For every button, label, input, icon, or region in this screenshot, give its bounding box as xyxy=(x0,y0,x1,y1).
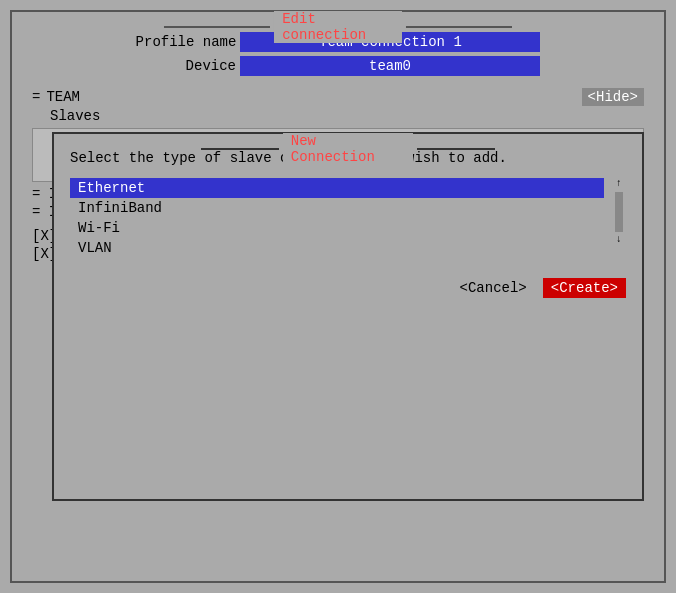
team-label: = TEAM xyxy=(32,89,80,105)
hide-button[interactable]: <Hide> xyxy=(582,88,644,106)
list-scroll-up-icon[interactable]: ↑ xyxy=(616,178,622,190)
dialog-list-area: Ethernet InfiniBand Wi-Fi VLAN ↑ ↓ xyxy=(70,178,626,258)
list-item-wifi[interactable]: Wi-Fi xyxy=(70,218,604,238)
profile-device-row: Device team0 xyxy=(12,56,664,76)
main-window: Edit connection Profile name Team connec… xyxy=(10,10,666,583)
dialog-buttons: <Cancel> <Create> xyxy=(54,266,642,306)
list-item-infiniband[interactable]: InfiniBand xyxy=(70,198,604,218)
list-scrollbar: ↑ ↓ xyxy=(612,178,626,258)
list-item-ethernet[interactable]: Ethernet xyxy=(70,178,604,198)
list-scroll-down-icon[interactable]: ↓ xyxy=(616,234,622,246)
connection-type-list: Ethernet InfiniBand Wi-Fi VLAN xyxy=(70,178,604,258)
team-header: = TEAM <Hide> xyxy=(32,88,644,106)
dialog-title: New Connection xyxy=(283,133,413,165)
profile-device-label: Device xyxy=(136,58,236,74)
title-bar-line-left xyxy=(164,26,270,28)
profile-device-input[interactable]: team0 xyxy=(240,56,540,76)
dialog-cancel-button[interactable]: <Cancel> xyxy=(452,278,535,298)
new-connection-dialog: New Connection Select the type of slave … xyxy=(52,132,644,501)
team-label-text: TEAM xyxy=(46,89,80,105)
title-bar: Edit connection xyxy=(164,11,512,43)
dialog-title-line-right xyxy=(417,148,495,150)
dialog-title-line-left xyxy=(201,148,279,150)
list-scroll-track xyxy=(615,192,623,232)
window-title: Edit connection xyxy=(274,11,402,43)
title-bar-line-right xyxy=(406,26,512,28)
dialog-title-bar: New Connection xyxy=(201,133,495,165)
slaves-label: Slaves xyxy=(50,108,644,124)
list-item-vlan[interactable]: VLAN xyxy=(70,238,604,258)
team-dash: = xyxy=(32,89,40,105)
dialog-create-button[interactable]: <Create> xyxy=(543,278,626,298)
